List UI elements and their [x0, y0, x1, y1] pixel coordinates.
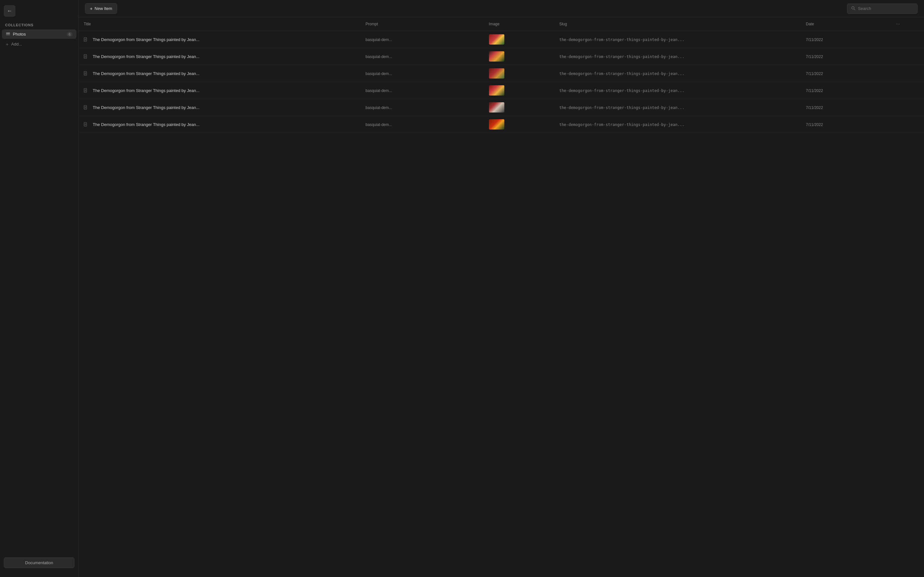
title-text: The Demogorgon from Stranger Things pain… — [93, 88, 200, 93]
sidebar: ← Collections Photos 6 + Add... Document… — [0, 0, 79, 577]
prompt-text: basquiat-dem... — [365, 37, 392, 42]
sidebar-item-photos[interactable]: Photos 6 — [2, 29, 76, 39]
photos-label: Photos — [13, 32, 64, 37]
document-icon — [84, 122, 87, 127]
image-thumbnail — [489, 51, 504, 61]
documentation-button[interactable]: Documentation — [4, 558, 74, 568]
document-icon — [84, 71, 87, 76]
date-text: 7/11/2022 — [806, 37, 823, 42]
search-icon — [851, 6, 855, 11]
image-thumbnail — [489, 119, 504, 129]
col-header-actions: ··· — [889, 17, 924, 31]
date-text: 7/11/2022 — [806, 55, 823, 59]
document-icon — [84, 105, 87, 110]
title-cell: The Demogorgon from Stranger Things pain… — [84, 71, 355, 76]
table-row[interactable]: The Demogorgon from Stranger Things pain… — [79, 116, 924, 133]
svg-rect-0 — [6, 34, 10, 34]
table-row[interactable]: The Demogorgon from Stranger Things pain… — [79, 31, 924, 48]
slug-text: the-demogorgon-from-stranger-things-pain… — [559, 105, 684, 110]
search-input[interactable] — [858, 6, 913, 11]
date-text: 7/11/2022 — [806, 89, 823, 93]
title-text: The Demogorgon from Stranger Things pain… — [93, 37, 200, 42]
items-table: Title Prompt Image Slug Date ··· — [79, 17, 924, 133]
prompt-text: basquiat-dem... — [365, 55, 392, 59]
document-icon — [84, 37, 87, 42]
col-header-image: Image — [484, 17, 554, 31]
add-collection-item[interactable]: + Add... — [2, 39, 76, 49]
slug-text: the-demogorgon-from-stranger-things-pain… — [559, 55, 684, 59]
back-button[interactable]: ← — [4, 5, 15, 17]
slug-text: the-demogorgon-from-stranger-things-pain… — [559, 71, 684, 76]
sidebar-footer: Documentation — [0, 554, 78, 572]
document-icon — [84, 88, 87, 93]
col-header-title: Title — [79, 17, 360, 31]
title-text: The Demogorgon from Stranger Things pain… — [93, 105, 200, 110]
title-cell: The Demogorgon from Stranger Things pain… — [84, 105, 355, 110]
title-cell: The Demogorgon from Stranger Things pain… — [84, 54, 355, 59]
prompt-text: basquiat-dem... — [365, 122, 392, 127]
col-header-date: Date — [801, 17, 889, 31]
col-header-slug: Slug — [554, 17, 801, 31]
new-item-label: New Item — [95, 6, 112, 11]
table-row[interactable]: The Demogorgon from Stranger Things pain… — [79, 65, 924, 82]
main-content: + New Item Title Prompt Image Slug — [79, 0, 924, 577]
topbar: + New Item — [79, 0, 924, 17]
slug-text: the-demogorgon-from-stranger-things-pain… — [559, 89, 684, 93]
svg-line-4 — [854, 9, 855, 10]
search-box — [847, 3, 918, 14]
title-text: The Demogorgon from Stranger Things pain… — [93, 54, 200, 59]
table-container: Title Prompt Image Slug Date ··· — [79, 17, 924, 577]
image-thumbnail — [489, 68, 504, 79]
svg-rect-2 — [6, 33, 10, 33]
image-thumbnail — [489, 34, 504, 45]
title-cell: The Demogorgon from Stranger Things pain… — [84, 122, 355, 127]
slug-text: the-demogorgon-from-stranger-things-pain… — [559, 37, 684, 42]
collections-label: Collections — [0, 22, 78, 29]
layers-icon — [6, 32, 10, 37]
add-label: Add... — [11, 42, 22, 47]
table-row[interactable]: The Demogorgon from Stranger Things pain… — [79, 99, 924, 116]
plus-icon: + — [90, 6, 93, 11]
image-thumbnail — [489, 85, 504, 95]
prompt-text: basquiat-dem... — [365, 89, 392, 93]
photos-count: 6 — [67, 32, 73, 37]
col-header-prompt: Prompt — [360, 17, 483, 31]
prompt-text: basquiat-dem... — [365, 71, 392, 76]
date-text: 7/11/2022 — [806, 71, 823, 76]
plus-icon: + — [6, 41, 9, 47]
title-text: The Demogorgon from Stranger Things pain… — [93, 71, 200, 76]
table-more-button[interactable]: ··· — [894, 21, 902, 27]
document-icon — [84, 54, 87, 59]
svg-rect-1 — [6, 35, 10, 35]
date-text: 7/11/2022 — [806, 122, 823, 127]
table-row[interactable]: The Demogorgon from Stranger Things pain… — [79, 82, 924, 99]
prompt-text: basquiat-dem... — [365, 105, 392, 110]
table-row[interactable]: The Demogorgon from Stranger Things pain… — [79, 48, 924, 65]
title-cell: The Demogorgon from Stranger Things pain… — [84, 37, 355, 42]
title-text: The Demogorgon from Stranger Things pain… — [93, 122, 200, 127]
title-cell: The Demogorgon from Stranger Things pain… — [84, 88, 355, 93]
slug-text: the-demogorgon-from-stranger-things-pain… — [559, 122, 684, 127]
date-text: 7/11/2022 — [806, 105, 823, 110]
image-thumbnail — [489, 102, 504, 113]
new-item-button[interactable]: + New Item — [85, 3, 117, 14]
